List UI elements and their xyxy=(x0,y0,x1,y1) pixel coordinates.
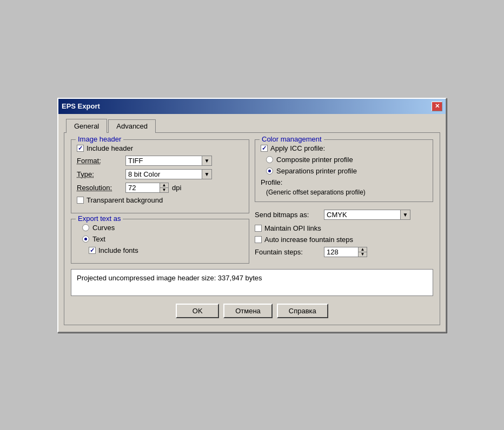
resolution-label: Resolution: xyxy=(77,184,125,192)
format-select[interactable]: TIFF ▼ xyxy=(125,156,212,166)
cancel-button[interactable]: Отмена xyxy=(223,304,273,318)
curves-radio-row[interactable]: Curves xyxy=(82,224,243,232)
maintain-opi-checkbox[interactable] xyxy=(255,225,262,232)
fountain-spinner-buttons: ▲ ▼ xyxy=(358,247,367,257)
composite-label: Composite printer profile xyxy=(276,156,353,164)
ok-button[interactable]: OK xyxy=(176,304,219,318)
transparent-bg-checkbox[interactable] xyxy=(77,197,84,204)
window-body: General Advanced Image header Include he… xyxy=(58,114,446,332)
include-header-row[interactable]: Include header xyxy=(77,144,243,152)
send-bitmaps-label: Send bitmaps as: xyxy=(255,211,320,219)
apply-icc-checkbox[interactable] xyxy=(261,145,268,152)
resolution-spinner-buttons: ▲ ▼ xyxy=(160,183,168,192)
transparent-bg-label: Transparent background xyxy=(87,196,163,204)
left-column: Image header Include header Format: TIFF… xyxy=(71,139,249,264)
fountain-steps-row: Fountain steps: 128 ▲ ▼ xyxy=(255,247,433,257)
transparent-bg-row[interactable]: Transparent background xyxy=(77,196,243,204)
image-header-group: Image header Include header Format: TIFF… xyxy=(71,139,249,213)
include-fonts-label: Include fonts xyxy=(98,246,138,254)
type-select[interactable]: 8 bit Color ▼ xyxy=(125,169,212,179)
format-label: Format: xyxy=(77,157,125,165)
close-button[interactable]: ✕ xyxy=(432,102,442,111)
fountain-steps-spinner[interactable]: 128 ▲ ▼ xyxy=(324,247,367,257)
main-grid: Image header Include header Format: TIFF… xyxy=(71,139,433,264)
profile-value: (Generic offset separations profile) xyxy=(266,189,427,196)
status-box: Projected uncompressed image header size… xyxy=(71,269,433,296)
title-bar-controls: ✕ xyxy=(432,102,442,111)
type-label: Type: xyxy=(77,170,125,178)
dpi-label: dpi xyxy=(172,184,181,192)
include-header-checkbox[interactable] xyxy=(77,145,84,152)
fountain-steps-label: Fountain steps: xyxy=(255,248,320,256)
export-text-group: Export text as Curves Text Include fonts xyxy=(71,219,249,264)
send-bitmaps-select[interactable]: CMYK ▼ xyxy=(324,210,410,220)
send-bitmaps-value: CMYK xyxy=(324,210,400,219)
status-text: Projected uncompressed image header size… xyxy=(77,274,262,282)
color-management-title: Color management xyxy=(260,135,324,143)
send-bitmaps-row: Send bitmaps as: CMYK ▼ xyxy=(255,210,433,220)
include-fonts-row[interactable]: Include fonts xyxy=(77,246,243,254)
maintain-opi-label: Maintain OPI links xyxy=(264,224,321,232)
auto-increase-label: Auto increase fountain steps xyxy=(264,236,353,244)
curves-radio[interactable] xyxy=(82,224,89,231)
format-value: TIFF xyxy=(126,156,202,165)
right-column: Color management Apply ICC profile: Comp… xyxy=(255,139,433,264)
separations-label: Separations printer profile xyxy=(276,167,357,175)
tab-general[interactable]: General xyxy=(66,119,107,133)
include-header-label: Include header xyxy=(87,144,133,152)
title-bar: EPS Export ✕ xyxy=(58,99,446,114)
apply-icc-label: Apply ICC profile: xyxy=(270,144,325,152)
tab-content-general: Image header Include header Format: TIFF… xyxy=(64,132,440,325)
auto-increase-row[interactable]: Auto increase fountain steps xyxy=(255,236,433,244)
composite-radio-row[interactable]: Composite printer profile xyxy=(266,156,427,164)
fountain-steps-value: 128 xyxy=(324,247,358,257)
buttons-row: OK Отмена Справка xyxy=(71,301,433,318)
eps-export-window: EPS Export ✕ General Advanced Image head… xyxy=(57,98,447,333)
right-bottom-controls: Send bitmaps as: CMYK ▼ Maintain OPI lin… xyxy=(255,207,433,259)
help-button[interactable]: Справка xyxy=(277,304,328,318)
profile-label: Profile: xyxy=(261,178,427,186)
format-row: Format: TIFF ▼ xyxy=(77,156,243,166)
resolution-value: 72 xyxy=(126,183,160,192)
composite-radio[interactable] xyxy=(266,156,273,163)
export-text-title: Export text as xyxy=(76,214,123,223)
maintain-opi-row[interactable]: Maintain OPI links xyxy=(255,224,433,232)
include-fonts-checkbox[interactable] xyxy=(89,247,96,254)
type-dropdown-arrow[interactable]: ▼ xyxy=(202,170,211,179)
text-label: Text xyxy=(92,235,105,243)
tab-advanced[interactable]: Advanced xyxy=(108,119,156,133)
image-header-title: Image header xyxy=(76,135,123,143)
separations-radio[interactable] xyxy=(266,167,273,174)
format-dropdown-arrow[interactable]: ▼ xyxy=(202,156,211,165)
text-radio[interactable] xyxy=(82,236,89,243)
curves-label: Curves xyxy=(92,224,115,232)
resolution-spinner[interactable]: 72 ▲ ▼ xyxy=(125,183,169,193)
window-title: EPS Export xyxy=(62,102,100,110)
resolution-row: Resolution: 72 ▲ ▼ dpi xyxy=(77,183,243,193)
color-management-group: Color management Apply ICC profile: Comp… xyxy=(255,139,433,202)
type-value: 8 bit Color xyxy=(126,170,202,179)
resolution-down-button[interactable]: ▼ xyxy=(160,188,168,192)
apply-icc-row[interactable]: Apply ICC profile: xyxy=(261,144,427,152)
tab-bar: General Advanced xyxy=(64,118,440,132)
send-bitmaps-arrow[interactable]: ▼ xyxy=(400,210,410,219)
separations-radio-row[interactable]: Separations printer profile xyxy=(266,167,427,175)
fountain-down-button[interactable]: ▼ xyxy=(359,252,367,257)
auto-increase-checkbox[interactable] xyxy=(255,236,262,243)
text-radio-row[interactable]: Text xyxy=(82,235,243,243)
type-row: Type: 8 bit Color ▼ xyxy=(77,169,243,179)
